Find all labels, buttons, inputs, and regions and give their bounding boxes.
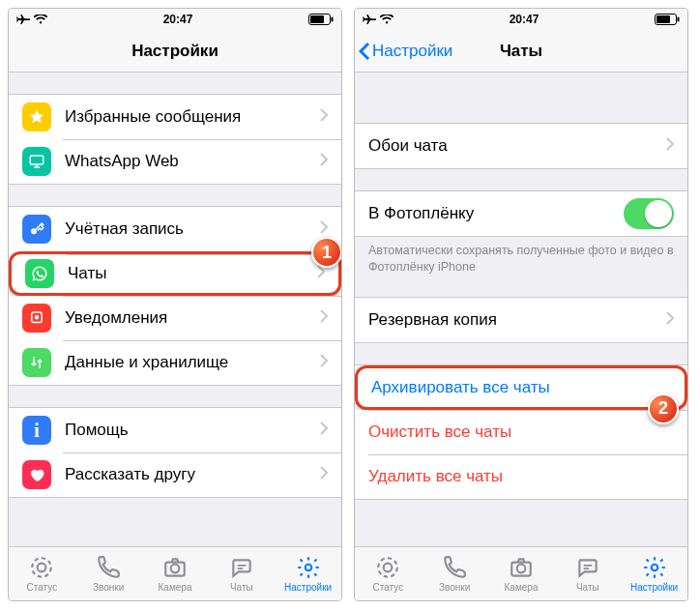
chevron-right-icon bbox=[666, 311, 674, 329]
row-label: Данные и хранилище bbox=[65, 353, 320, 372]
svg-point-8 bbox=[38, 564, 46, 572]
tab-calls[interactable]: Звонки bbox=[75, 547, 142, 600]
row-notifications[interactable]: Уведомления bbox=[9, 296, 341, 340]
tab-chats[interactable]: Чаты bbox=[554, 547, 621, 600]
wifi-icon bbox=[380, 15, 394, 24]
row-archive-all[interactable]: Архивировать все чаты 2 bbox=[355, 365, 687, 410]
row-label: Резервная копия bbox=[368, 310, 666, 330]
svg-point-4 bbox=[31, 228, 37, 234]
chevron-right-icon bbox=[320, 422, 328, 439]
tabbar: Статус Звонки Камера Чаты Настройки bbox=[355, 546, 687, 600]
whatsapp-icon bbox=[25, 259, 54, 288]
row-label: Помощь bbox=[65, 421, 320, 440]
tab-settings[interactable]: Настройки bbox=[621, 547, 687, 600]
row-label: Чаты bbox=[68, 264, 317, 283]
chevron-right-icon bbox=[320, 354, 328, 371]
airplane-icon bbox=[363, 14, 376, 25]
row-label: Удалить все чаты bbox=[368, 467, 674, 486]
row-label: В Фотоплёнку bbox=[368, 204, 624, 223]
tab-camera[interactable]: Камера bbox=[488, 547, 555, 600]
battery-icon bbox=[655, 14, 680, 25]
chevron-left-icon bbox=[359, 42, 370, 61]
airplane-icon bbox=[16, 14, 30, 25]
tab-camera[interactable]: Камера bbox=[142, 547, 209, 600]
svg-rect-14 bbox=[677, 17, 679, 22]
row-clear-all[interactable]: Очистить все чаты bbox=[355, 410, 687, 454]
row-camera-roll: В Фотоплёнку bbox=[355, 191, 687, 236]
settings-content[interactable]: Избранные сообщения WhatsApp Web Учётная… bbox=[9, 73, 341, 546]
navbar: Настройки Чаты bbox=[355, 30, 687, 73]
row-tell-friend[interactable]: Рассказать другу bbox=[9, 452, 341, 497]
row-backup[interactable]: Резервная копия bbox=[355, 298, 687, 342]
heart-icon bbox=[22, 460, 51, 489]
wifi-icon bbox=[34, 15, 47, 24]
chats-settings-content[interactable]: Обои чата В Фотоплёнку Автоматически сох… bbox=[355, 73, 687, 546]
tab-settings[interactable]: Настройки bbox=[275, 547, 341, 600]
phone-settings: 20:47 Настройки Избранные сообщения What… bbox=[8, 8, 342, 601]
svg-rect-1 bbox=[310, 15, 324, 23]
row-label: Учётная запись bbox=[65, 219, 320, 239]
svg-point-19 bbox=[651, 565, 657, 571]
svg-rect-13 bbox=[656, 15, 670, 23]
back-button[interactable]: Настройки bbox=[355, 42, 452, 61]
svg-point-16 bbox=[384, 564, 393, 572]
row-label: Избранные сообщения bbox=[65, 107, 320, 127]
row-label: WhatsApp Web bbox=[65, 152, 320, 171]
key-icon bbox=[22, 215, 51, 244]
monitor-icon bbox=[22, 147, 51, 176]
tab-chats[interactable]: Чаты bbox=[208, 547, 275, 600]
svg-point-7 bbox=[33, 558, 52, 577]
tab-status[interactable]: Статус bbox=[9, 547, 75, 600]
star-icon bbox=[22, 102, 51, 131]
row-starred[interactable]: Избранные сообщения bbox=[9, 95, 341, 139]
svg-rect-3 bbox=[30, 156, 44, 164]
chevron-right-icon bbox=[320, 309, 328, 327]
bell-icon bbox=[22, 304, 51, 333]
row-label: Рассказать другу bbox=[65, 465, 320, 484]
statusbar-time: 20:47 bbox=[510, 13, 540, 26]
statusbar: 20:47 bbox=[355, 9, 687, 30]
row-account[interactable]: Учётная запись bbox=[9, 207, 341, 251]
battery-icon bbox=[308, 14, 334, 25]
tab-status[interactable]: Статус bbox=[355, 547, 422, 600]
svg-point-15 bbox=[379, 558, 398, 577]
row-wallpaper[interactable]: Обои чата bbox=[355, 124, 687, 168]
chevron-right-icon bbox=[320, 108, 328, 126]
tabbar: Статус Звонки Камера Чаты Настройки bbox=[9, 546, 341, 600]
navbar: Настройки bbox=[9, 30, 341, 73]
svg-point-18 bbox=[517, 565, 526, 573]
row-label: Уведомления bbox=[65, 308, 320, 328]
phone-chats-settings: 20:47 Настройки Чаты Обои чата В Фотоплё… bbox=[354, 8, 688, 601]
chevron-right-icon bbox=[320, 153, 328, 170]
row-help[interactable]: i Помощь bbox=[9, 408, 341, 452]
row-label: Очистить все чаты bbox=[368, 422, 674, 442]
statusbar-time: 20:47 bbox=[163, 13, 193, 26]
statusbar: 20:47 bbox=[9, 9, 341, 30]
page-title: Настройки bbox=[9, 42, 341, 61]
row-chats[interactable]: Чаты 1 bbox=[9, 251, 341, 296]
svg-rect-2 bbox=[331, 17, 333, 22]
chevron-right-icon bbox=[666, 137, 674, 155]
info-icon: i bbox=[22, 416, 51, 445]
arrows-icon bbox=[22, 348, 51, 377]
camera-roll-note: Автоматически сохранять полученные фото … bbox=[355, 237, 687, 276]
tab-calls[interactable]: Звонки bbox=[422, 547, 488, 600]
chevron-right-icon bbox=[320, 466, 328, 483]
row-label: Обои чата bbox=[368, 136, 666, 156]
annotation-badge-2: 2 bbox=[648, 393, 679, 424]
row-data-storage[interactable]: Данные и хранилище bbox=[9, 340, 341, 385]
svg-point-10 bbox=[171, 565, 180, 573]
svg-point-11 bbox=[305, 565, 311, 571]
annotation-badge-1: 1 bbox=[311, 237, 341, 268]
svg-point-6 bbox=[36, 316, 39, 319]
chevron-right-icon bbox=[320, 220, 328, 238]
row-label: Архивировать все чаты bbox=[371, 378, 671, 397]
toggle-camera-roll[interactable] bbox=[624, 198, 674, 229]
row-whatsapp-web[interactable]: WhatsApp Web bbox=[9, 139, 341, 184]
row-delete-all[interactable]: Удалить все чаты bbox=[355, 454, 687, 499]
